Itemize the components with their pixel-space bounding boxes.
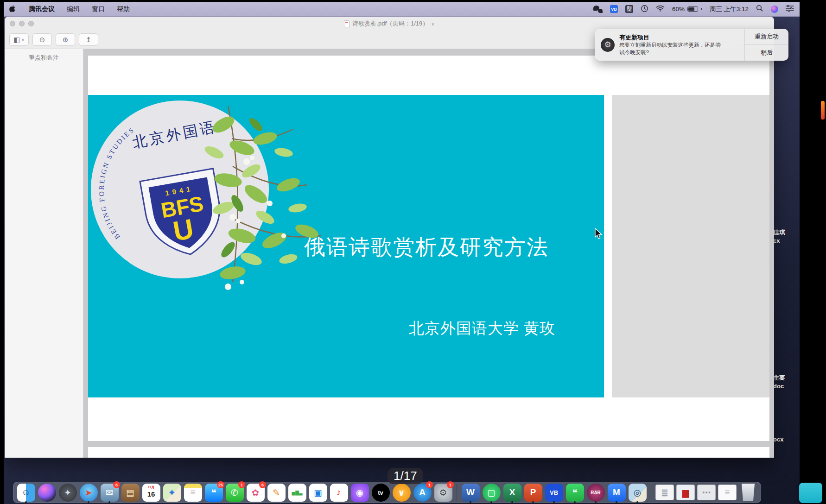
desktop-file-label[interactable]: ocx xyxy=(773,435,800,444)
battery-tip xyxy=(701,8,702,10)
input-method-icon[interactable]: 型 xyxy=(625,5,633,13)
bfsu-logo: BEIJING FOREIGN STUDIES UNIVERSITY 北京外国语… xyxy=(89,97,349,296)
app-store-badge: 1 xyxy=(426,481,433,488)
dock-system-preferences[interactable]: ⚙1 xyxy=(433,483,453,502)
menu-bar: 腾讯会议 编辑 窗口 帮助 VB 型 60% xyxy=(4,2,800,17)
menu-clock[interactable]: 周三 上午3:12 xyxy=(710,5,749,13)
dock-green-chat-app[interactable]: ▢ xyxy=(482,483,501,502)
calendar-icon: 1611月 xyxy=(142,484,160,502)
update-notification[interactable]: ⚙ 有更新项目 您要立刻重新启动以安装这些更新，还是尝 试今晚安装? 重新启动 … xyxy=(595,29,788,61)
dock-messages[interactable]: ❝25 xyxy=(204,483,223,502)
dock-vb-input-app[interactable]: VB xyxy=(544,483,564,502)
control-center-icon[interactable] xyxy=(786,5,794,13)
dock-divider-1 xyxy=(457,484,457,501)
pdf-page: BEIJING FOREIGN STUDIES UNIVERSITY 北京外国语… xyxy=(88,56,769,441)
slide-cover: BEIJING FOREIGN STUDIES UNIVERSITY 北京外国语… xyxy=(88,95,604,397)
dock-siri[interactable] xyxy=(37,483,57,502)
zoom-out-button[interactable]: ⊖ xyxy=(32,33,52,46)
dock-photos[interactable]: ✿6 xyxy=(246,483,265,502)
dock-maps[interactable]: ⌖ xyxy=(162,483,182,502)
desktop-file-label[interactable]: 主要doc xyxy=(773,374,800,390)
messages-badge: 25 xyxy=(217,481,224,488)
apple-menu-icon[interactable] xyxy=(9,5,17,13)
dock-pages[interactable]: ✎ xyxy=(267,483,286,502)
dock-numbers[interactable]: ▅▇▃ xyxy=(287,483,307,502)
siri-icon xyxy=(38,484,56,502)
dock-notes[interactable]: ≡ xyxy=(183,483,203,502)
dock-minimized-window-red[interactable]: ▆ xyxy=(676,483,695,502)
dock-mail[interactable]: ✉6 xyxy=(100,483,119,502)
restart-button[interactable]: 重新启动 xyxy=(745,29,788,45)
dock-finder[interactable]: ☺ xyxy=(16,483,36,502)
dock-music[interactable]: ♪ xyxy=(329,483,349,502)
dock-minimized-word-document[interactable]: ≣ xyxy=(655,483,674,502)
window-title-group: 诗歌赏析.pdf（页码：1/19） ∨ xyxy=(5,19,774,28)
dock-minimized-document-white[interactable]: ≡ xyxy=(718,483,737,502)
notification-title: 有更新项目 xyxy=(619,33,721,42)
numbers-icon: ▅▇▃ xyxy=(288,484,306,502)
window-body: 重点和备注 BEIJING FOREIGN STUDIES UNIVERSITY xyxy=(5,49,774,458)
screen: 腾讯会议 编辑 窗口 帮助 VB 型 60% xyxy=(0,0,826,504)
menu-help[interactable]: 帮助 xyxy=(117,5,130,13)
wechat-running-dot xyxy=(574,501,576,503)
dock-podcasts[interactable]: ◉ xyxy=(350,483,369,502)
trash-icon xyxy=(741,484,756,501)
vb-input-icon[interactable]: VB xyxy=(610,5,618,13)
zoom-in-button[interactable]: ⊕ xyxy=(56,33,75,46)
title-chevron-icon[interactable]: ∨ xyxy=(431,21,434,26)
dock-app-store[interactable]: A1 xyxy=(413,483,432,502)
pdf-content-area[interactable]: BEIJING FOREIGN STUDIES UNIVERSITY 北京外国语… xyxy=(83,49,774,458)
minimized-teal-window-thumb[interactable] xyxy=(799,483,822,503)
menu-window[interactable]: 窗口 xyxy=(92,5,105,13)
menu-app-name[interactable]: 腾讯会议 xyxy=(29,5,55,13)
dock-launchpad[interactable]: ✦ xyxy=(58,483,77,502)
dock-facetime[interactable]: ✆1 xyxy=(225,483,244,502)
tencent-meeting-icon: M xyxy=(608,484,626,502)
dock-trash[interactable] xyxy=(738,483,758,502)
dock-excel[interactable]: X xyxy=(502,483,522,502)
excel-icon: X xyxy=(503,484,521,502)
minimized-window-gray-icon: ⋯ xyxy=(697,485,716,500)
dock-safari[interactable]: ➤ xyxy=(79,483,98,502)
battery-indicator[interactable]: 60% xyxy=(672,6,702,13)
dock-tencent-meeting[interactable]: M xyxy=(607,483,626,502)
menu-bar-left: 腾讯会议 编辑 窗口 帮助 xyxy=(9,5,130,13)
wechat-status-icon[interactable] xyxy=(593,6,603,13)
battery-percent: 60% xyxy=(672,6,685,13)
dock-word[interactable]: W xyxy=(461,483,480,502)
dock-contacts[interactable]: ▤ xyxy=(121,483,140,502)
dock-rar-archiver[interactable]: RAR xyxy=(586,483,605,502)
notes-icon: ≡ xyxy=(184,484,202,502)
notification-text: 有更新项目 您要立刻重新启动以安装这些更新，还是尝 试今晚安装? xyxy=(619,33,721,57)
desktop-file-label[interactable]: 佳琪cx xyxy=(773,228,800,245)
share-button[interactable]: ↥ xyxy=(79,33,98,46)
dock-wechat[interactable]: ❝ xyxy=(565,483,585,502)
siri-icon[interactable] xyxy=(771,6,778,13)
slide-title: 俄语诗歌赏析及研究方法 xyxy=(264,233,589,262)
dock-apple-tv[interactable]: tv xyxy=(371,483,390,502)
pages-icon: ✎ xyxy=(267,484,286,502)
later-button[interactable]: 稍后 xyxy=(745,45,788,61)
maps-icon: ⌖ xyxy=(163,484,181,502)
dock-keynote[interactable]: ▣ xyxy=(308,483,328,502)
notification-content: ⚙ 有更新项目 您要立刻重新启动以安装这些更新，还是尝 试今晚安装? xyxy=(595,29,744,61)
wifi-icon[interactable] xyxy=(656,5,665,13)
dock-powerpoint[interactable]: P xyxy=(523,483,543,502)
mouse-cursor xyxy=(594,228,604,242)
window-title: 诗歌赏析.pdf（页码：1/19） xyxy=(352,19,428,28)
time-machine-icon[interactable] xyxy=(641,5,648,14)
mail-running-dot xyxy=(108,501,110,503)
dock-books[interactable]: ∨ xyxy=(392,483,411,502)
sidebar-toggle-button[interactable]: ◧ ∨ xyxy=(9,33,29,46)
green-chat-app-icon: ▢ xyxy=(483,484,501,502)
dock-calendar[interactable]: 1611月 xyxy=(141,483,161,502)
spotlight-search-icon[interactable] xyxy=(756,5,763,13)
dock: ☺✦➤✉6▤1611月⌖≡❝25✆1✿6✎▅▇▃▣♪◉tv∨A1⚙1W▢XPVB… xyxy=(13,482,761,503)
dock-preview-app[interactable]: ◎ xyxy=(628,483,647,502)
word-icon: W xyxy=(462,484,480,502)
wechat-icon: ❝ xyxy=(566,484,584,502)
menu-edit[interactable]: 编辑 xyxy=(67,5,80,13)
dock-minimized-window-gray[interactable]: ⋯ xyxy=(697,483,716,502)
finder-icon: ☺ xyxy=(17,484,35,502)
highlights-sidebar[interactable]: 重点和备注 xyxy=(5,49,83,458)
